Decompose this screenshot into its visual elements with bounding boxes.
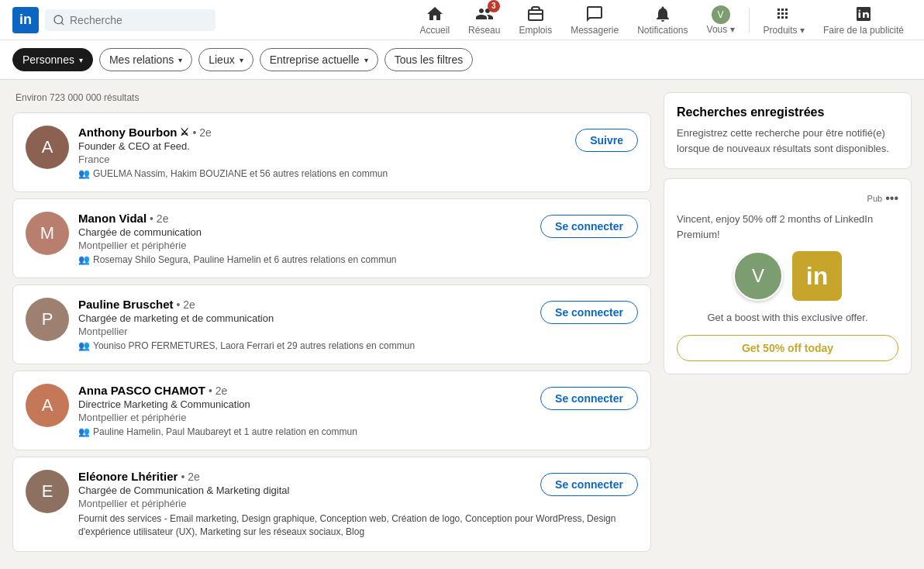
chevron-down-icon: ▾ xyxy=(364,56,368,64)
filter-lieux-label: Lieux xyxy=(209,53,234,66)
person-avatar: P xyxy=(26,298,69,341)
results-count: Environ 723 000 000 résultats xyxy=(12,92,651,103)
ad-avatar-initial: V xyxy=(752,265,764,287)
person-info: Anthony Bourbon ⚔ • 2e Founder & CEO at … xyxy=(78,126,638,179)
connections-icon: 👥 xyxy=(78,168,90,179)
results-column: Environ 723 000 000 résultats A Anthony … xyxy=(12,92,651,558)
nav-accueil[interactable]: Accueil xyxy=(412,0,457,40)
person-card-anthony: A Anthony Bourbon ⚔ • 2e Founder & CEO a… xyxy=(12,112,651,192)
person-title: Founder & CEO at Feed. xyxy=(78,140,638,152)
nav-pub-label: Faire de la publicité xyxy=(823,25,904,36)
person-location: Montpellier et périphérie xyxy=(78,412,638,423)
connection-degree: • 2e xyxy=(209,385,227,397)
briefcase-icon xyxy=(526,5,545,23)
person-card-eleonore: E Eléonore Lhéritier • 2e Chargée de Com… xyxy=(12,457,651,552)
action-button-manon[interactable]: Se connecter xyxy=(540,215,638,238)
search-icon xyxy=(53,14,65,26)
search-bar[interactable] xyxy=(45,9,215,31)
chevron-down-icon: ▾ xyxy=(79,56,83,64)
saved-searches-card: Recherches enregistrées Enregistrez cett… xyxy=(664,92,912,169)
action-button-pauline[interactable]: Se connecter xyxy=(540,301,638,324)
person-name: Anthony Bourbon ⚔ • 2e xyxy=(78,126,638,139)
mutual-connections: 👥 Pauline Hamelin, Paul Maubareyt et 1 a… xyxy=(78,426,638,437)
avatar: V xyxy=(712,5,730,24)
person-location: Montpellier et périphérie xyxy=(78,498,638,509)
mutual-connections: 👥 Youniso PRO FERMETURES, Laora Ferrari … xyxy=(78,340,638,351)
svg-line-1 xyxy=(61,22,64,25)
filter-entreprise-label: Entreprise actuelle xyxy=(270,53,360,66)
ad-boost-text: Get a boost with this exclusive offer. xyxy=(677,310,898,326)
connections-icon: 👥 xyxy=(78,340,90,351)
nav-vous[interactable]: V Vous ▾ xyxy=(699,1,743,40)
person-location: Montpellier xyxy=(78,326,638,337)
person-location: France xyxy=(78,153,638,165)
bell-icon xyxy=(653,5,672,23)
connection-degree: • 2e xyxy=(177,298,195,311)
action-button-anthony[interactable]: Suivre xyxy=(575,129,638,152)
ad-options-icon[interactable]: ••• xyxy=(885,191,898,205)
connection-degree: • 2e xyxy=(192,126,211,139)
search-input[interactable] xyxy=(70,14,194,26)
person-card-anna: A Anna PASCO CHAMOT • 2e Directrice Mark… xyxy=(12,371,651,450)
linkedin-logo[interactable]: in xyxy=(12,7,39,33)
action-button-anna[interactable]: Se connecter xyxy=(540,387,638,410)
person-location: Montpellier et périphérie xyxy=(78,240,638,251)
filter-tous-filtres-label: Tous les filtres xyxy=(395,53,464,66)
home-icon xyxy=(426,5,444,23)
mutual-connections: 👥 Rosemay Shilo Segura, Pauline Hamelin … xyxy=(78,254,638,265)
nav-messagerie-label: Messagerie xyxy=(571,25,619,36)
svg-point-0 xyxy=(54,16,63,24)
people-list: A Anthony Bourbon ⚔ • 2e Founder & CEO a… xyxy=(12,112,651,552)
nav-pub[interactable]: Faire de la publicité xyxy=(815,0,912,40)
saved-searches-desc: Enregistrez cette recherche pour être no… xyxy=(677,126,898,156)
sidebar: Recherches enregistrées Enregistrez cett… xyxy=(664,92,912,558)
header: in Accueil 3 Réseau Emplois xyxy=(0,0,924,40)
person-avatar: E xyxy=(26,470,69,513)
nav-notifications[interactable]: Notifications xyxy=(629,0,695,40)
connections-icon: 👥 xyxy=(78,254,90,265)
saved-searches-title: Recherches enregistrées xyxy=(677,105,898,119)
nav-reseau-label: Réseau xyxy=(468,25,500,36)
filter-personnes-label: Personnes xyxy=(22,53,74,66)
chevron-down-icon: ▾ xyxy=(178,56,182,64)
person-card-manon: M Manon Vidal • 2e Chargée de communicat… xyxy=(12,198,651,278)
person-avatar: M xyxy=(26,212,69,255)
nav-reseau[interactable]: 3 Réseau xyxy=(460,0,508,40)
filter-tous-filtres[interactable]: Tous les filtres xyxy=(384,48,474,71)
filter-personnes[interactable]: Personnes ▾ xyxy=(12,48,93,71)
filter-mes-relations[interactable]: Mes relations ▾ xyxy=(99,48,192,71)
filter-entreprise[interactable]: Entreprise actuelle ▾ xyxy=(260,48,378,71)
ad-cta-button[interactable]: Get 50% off today xyxy=(677,335,898,361)
person-card-pauline: P Pauline Bruschet • 2e Chargée de marke… xyxy=(12,284,651,364)
person-avatar: A xyxy=(26,126,69,169)
action-button-eleonore[interactable]: Se connecter xyxy=(540,473,638,496)
chevron-down-icon: ▾ xyxy=(240,56,243,64)
reseau-badge: 3 xyxy=(488,0,500,12)
nav-accueil-label: Accueil xyxy=(419,25,450,36)
ad-icon xyxy=(854,5,873,23)
filter-lieux[interactable]: Lieux ▾ xyxy=(198,48,253,71)
nav-vous-label: Vous ▾ xyxy=(707,24,735,35)
connections-icon: 👥 xyxy=(78,426,90,437)
ad-promo-text: Vincent, enjoy 50% off 2 months of Linke… xyxy=(677,212,898,242)
ad-linkedin-logo: in xyxy=(792,251,842,301)
chat-icon xyxy=(585,5,604,23)
connection-degree: • 2e xyxy=(150,212,168,225)
ad-pub-label: Pub xyxy=(867,194,883,203)
nav-messagerie[interactable]: Messagerie xyxy=(563,0,626,40)
connection-degree: • 2e xyxy=(181,471,199,483)
nav-emplois[interactable]: Emplois xyxy=(511,0,560,40)
nav-notifications-label: Notifications xyxy=(637,25,688,36)
grid-icon xyxy=(774,5,793,23)
ad-visuals: V in xyxy=(677,251,898,301)
filter-bar: Personnes ▾ Mes relations ▾ Lieux ▾ Entr… xyxy=(0,40,924,80)
mutual-connections: 👥 GUELMA Nassim, Hakim BOUZIANE et 56 au… xyxy=(78,168,638,179)
ad-card: Pub ••• Vincent, enjoy 50% off 2 months … xyxy=(664,178,912,374)
special-icon: ⚔ xyxy=(180,126,189,138)
filter-mes-relations-label: Mes relations xyxy=(109,53,174,66)
main-content: Environ 723 000 000 résultats A Anthony … xyxy=(0,80,924,569)
nav-produits[interactable]: Produits ▾ xyxy=(756,0,812,40)
nav-produits-label: Produits ▾ xyxy=(764,25,805,36)
ad-user-avatar: V xyxy=(733,251,783,301)
nav-emplois-label: Emplois xyxy=(519,25,552,36)
